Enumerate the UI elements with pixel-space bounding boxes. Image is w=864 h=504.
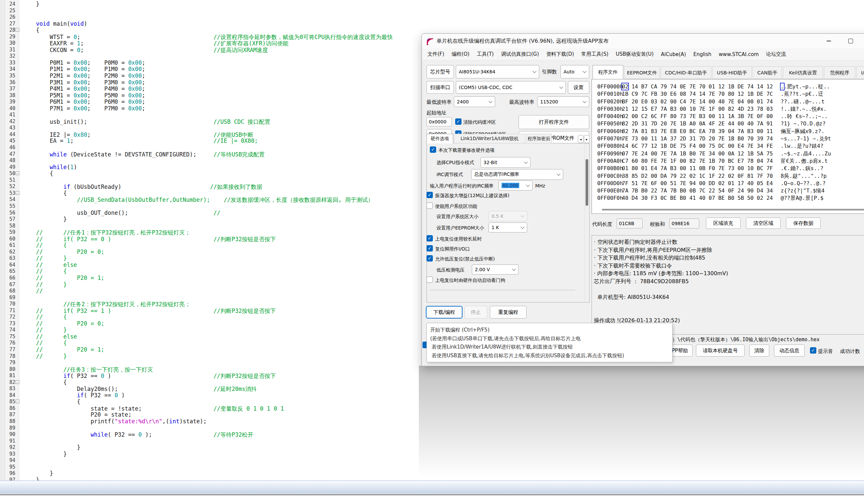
cpu-mode-select[interactable]: 32-Bit	[481, 157, 530, 168]
success-count-label: 成功计数	[840, 348, 860, 355]
reset-pin-io-checkbox[interactable]	[427, 245, 433, 252]
minimize-button[interactable]	[821, 34, 836, 48]
fold-marker-icon[interactable]: -	[16, 380, 19, 384]
max-baud-value: 115200	[540, 99, 558, 105]
download-program-button[interactable]: 下载/编程	[426, 306, 463, 319]
hex-ascii: !..鑲?.~..悦#x.	[781, 106, 827, 113]
line-number: 50	[0, 170, 15, 177]
irc-frequency-input[interactable]: 40.000	[499, 180, 532, 191]
app-logo-icon	[426, 37, 434, 47]
maximize-button[interactable]	[843, 34, 858, 48]
menu-item-7[interactable]: AiCube(A)	[657, 51, 689, 57]
hw-tab-2[interactable]: 程序加密后	[526, 134, 552, 143]
system-area-size-value: 0.5 K	[492, 214, 504, 219]
line-number: 43	[0, 125, 15, 131]
open-program-file-button[interactable]: 打开程序文件	[518, 115, 589, 129]
hex-ascii: @??景A@.景[P.$	[781, 195, 823, 202]
serial-port-value: (COM5) USB-CDC, CDC	[459, 85, 513, 90]
modify-hw-options-checkbox[interactable]	[430, 146, 436, 153]
low-voltage-reset-checkbox[interactable]	[427, 255, 433, 262]
long-power-on-delay-checkbox[interactable]	[427, 235, 433, 241]
menu-item-6[interactable]: USB驱动安装(U)	[612, 51, 657, 57]
oscillator-gain-checkbox[interactable]	[427, 192, 433, 198]
line-number: 63	[0, 255, 15, 261]
menu-item-2[interactable]: 工具(T)	[473, 51, 497, 57]
hex-row: 0FF0020hBF 20 E0 03 02 00 C4 7E 14 00 40…	[592, 98, 864, 106]
read-disk-id-button[interactable]: 读取本机硬盘号	[696, 345, 745, 357]
menu-item-1[interactable]: 编程(O)	[448, 51, 473, 57]
menu-item-9[interactable]: www.STCAI.com	[715, 51, 762, 57]
port-settings-button[interactable]: 设置	[568, 81, 589, 94]
hex-viewer[interactable]: 0FF0000h02 14 B7 CA 79 74 0E 7E 70 01 12…	[591, 79, 864, 214]
hex-ascii: z{?z{?|"T.$愓4	[781, 188, 825, 194]
repeat-program-button[interactable]: 重复编程	[490, 306, 527, 319]
line-number: 94	[0, 457, 15, 463]
clear-region-button[interactable]: 清空区域	[746, 217, 781, 229]
fold-marker-icon[interactable]: -	[16, 191, 19, 195]
fold-marker-icon[interactable]: -	[16, 28, 19, 32]
hw-tab-1[interactable]: Link1D/Writer1A/U8W脱机	[454, 134, 525, 143]
eeprom-size-select[interactable]: 1 K	[489, 223, 527, 232]
titlebar[interactable]: 单片机在线升级编程仿真调试平台软件 (V6.96N), 远程现场升级APP发布	[422, 34, 864, 49]
file-tab-6[interactable]: 范例程序	[824, 67, 855, 79]
eeprom-size-label: 设置用户EEPROM大小	[436, 225, 484, 231]
min-baud-select[interactable]: 2400	[454, 96, 495, 107]
line-number: 76	[0, 340, 15, 346]
beep-checkbox[interactable]	[810, 347, 816, 353]
hex-ascii: ..聆 €s~?..;~..	[781, 113, 828, 120]
system-area-size-select[interactable]: 0.5 K	[489, 211, 527, 221]
clear-code-buffer-checkbox[interactable]	[455, 118, 461, 125]
menu-item-4[interactable]: 资料下载(D)	[542, 51, 578, 57]
hw-tab-0[interactable]: 硬件选项	[427, 134, 453, 143]
tab-scroll-right-icon[interactable]: ▸	[584, 135, 590, 143]
line-number: 45	[0, 138, 15, 144]
hex-ascii: ..肥yt.~p...鞮..	[781, 83, 830, 91]
hw-watchdog-checkbox[interactable]	[427, 277, 433, 283]
line-number: 25	[0, 8, 15, 14]
file-tab-4[interactable]: CAN助手	[753, 67, 782, 79]
dynamic-info-button[interactable]: 动态信息	[774, 345, 805, 357]
line-number: 75	[0, 334, 15, 339]
line-number: 87	[0, 412, 15, 418]
file-tab-7[interactable]: I/O口配	[856, 67, 864, 79]
fold-marker-icon[interactable]: -	[16, 399, 19, 403]
tab-scroll-left-icon[interactable]: ◂	[578, 135, 584, 143]
line-number: 85	[0, 399, 15, 405]
hex-ascii: .蕉??t.~p€..迂	[781, 91, 823, 98]
menu-item-5[interactable]: 常用工具(S)	[578, 51, 612, 57]
options-scrollbar-thumb[interactable]	[586, 159, 588, 206]
user-system-area-checkbox[interactable]	[427, 203, 433, 209]
lvd-voltage-select[interactable]: 2.00 V	[472, 264, 518, 275]
chip-type-button[interactable]: 芯片型号	[427, 65, 454, 79]
scan-port-button[interactable]: 扫描串口	[427, 81, 454, 94]
serial-port-select[interactable]: (COM5) USB-CDC, CDC	[456, 81, 566, 94]
max-baud-select[interactable]: 115200	[537, 96, 589, 107]
file-tab-1[interactable]: EEPROM文件	[624, 67, 660, 79]
pin-count-select[interactable]: Auto	[561, 65, 589, 79]
irc-mode-select[interactable]: 总是动态调节IRC频率	[471, 169, 563, 180]
clear-info-button[interactable]: 清除	[749, 345, 769, 357]
options-scrollbar[interactable]	[585, 144, 589, 302]
menu-item-0[interactable]: 文件(F)	[424, 51, 448, 57]
hidden-checkbox-fragment	[422, 341, 427, 348]
menu-item-3[interactable]: 调试仿真接口(G)	[497, 51, 542, 57]
line-number: 73	[0, 321, 15, 326]
file-tab-3[interactable]: USB-HID助手	[712, 67, 752, 79]
hex-row: 0FF00B0h01 80 01 E4 7A B3 00 11 0B F0 7E…	[592, 165, 864, 172]
fold-marker-icon[interactable]: -	[16, 171, 19, 175]
menu-item-10[interactable]: 论坛交流	[762, 51, 790, 57]
file-tab-5[interactable]: Keil仿真设置	[783, 67, 823, 79]
menu-item-8[interactable]: English	[689, 51, 715, 57]
hex-horizontal-scrollbar[interactable]	[602, 209, 864, 211]
save-data-button[interactable]: 保存数据	[786, 217, 821, 229]
file-tab-0[interactable]: 程序文件	[592, 65, 623, 79]
line-number: 78	[0, 353, 15, 359]
chip-type-select[interactable]: AI8051U-34K64	[456, 65, 539, 79]
info-line: · 下次下载时不需要校验下载口令	[594, 262, 864, 270]
fill-region-button[interactable]: 区域填充	[706, 217, 741, 229]
min-baud-value: 2400	[457, 99, 469, 105]
stop-button[interactable]: 停止	[465, 306, 487, 319]
code-start-address-input[interactable]: 0x0000	[427, 117, 452, 127]
file-tab-2[interactable]: CDC/HID-串口助手	[661, 67, 711, 79]
line-number: 64	[0, 262, 15, 268]
